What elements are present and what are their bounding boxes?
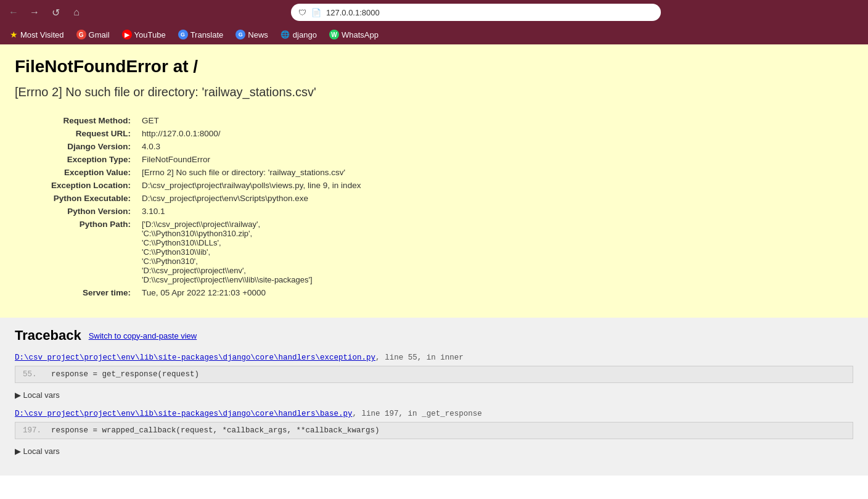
youtube-icon: ▶: [122, 30, 132, 39]
django-icon: 🌐: [280, 30, 290, 39]
table-row: Exception Location: D:\csv_project\proje…: [15, 179, 853, 192]
shield-icon: 🛡: [298, 8, 306, 17]
traceback-line-info-1: line 55, in inner: [385, 353, 464, 362]
bookmark-label: django: [293, 30, 317, 39]
code-block-2: 197. response = wrapped_callback(request…: [15, 422, 853, 439]
table-row: Exception Type: FileNotFoundError: [15, 153, 853, 166]
home-button[interactable]: ⌂: [68, 4, 85, 21]
value-exception-type: FileNotFoundError: [138, 153, 853, 166]
line-number-1: 55.: [23, 370, 41, 379]
table-row: Python Path: ['D:\\csv_project\\project\…: [15, 218, 853, 286]
line-number-2: 197.: [23, 426, 41, 435]
table-row: Python Executable: D:\csv_project\projec…: [15, 192, 853, 205]
traceback-entry-1: D:\csv_project\project\env\lib\site-pack…: [15, 353, 853, 402]
bookmarks-bar: ★ Most Visited G Gmail ▶ YouTube G Trans…: [0, 25, 868, 44]
label-python-version: Python Version:: [15, 205, 138, 218]
nav-bar: ← → ↺ ⌂ 🛡 📄 127.0.0.1:8000: [0, 0, 868, 25]
error-title: FileNotFoundError at /: [15, 57, 853, 76]
value-python-executable: D:\csv_project\project\env\Scripts\pytho…: [138, 192, 853, 205]
translate-icon: G: [178, 30, 188, 39]
code-line-1: 55. response = get_response(request): [23, 370, 845, 379]
local-vars-toggle-1[interactable]: ▶ Local vars: [15, 388, 853, 402]
bookmark-translate[interactable]: G Translate: [173, 28, 229, 41]
value-request-method: GET: [138, 114, 853, 127]
label-request-url: Request URL:: [15, 127, 138, 140]
bookmark-whatsapp[interactable]: W WhatsApp: [324, 28, 383, 41]
label-python-executable: Python Executable:: [15, 192, 138, 205]
value-request-url: http://127.0.0.1:8000/: [138, 127, 853, 140]
label-django-version: Django Version:: [15, 140, 138, 153]
code-block-1: 55. response = get_response(request): [15, 366, 853, 383]
news-icon: G: [235, 30, 245, 39]
bookmark-label: Gmail: [89, 30, 110, 39]
error-page: FileNotFoundError at / [Errno 2] No such…: [0, 44, 868, 318]
traceback-file-link-1[interactable]: D:\csv_project\project\env\lib\site-pack…: [15, 353, 375, 362]
value-django-version: 4.0.3: [138, 140, 853, 153]
label-exception-value: Exception Value:: [15, 166, 138, 179]
traceback-file-1: D:\csv_project\project\env\lib\site-pack…: [15, 353, 853, 362]
error-info-table: Request Method: GET Request URL: http://…: [15, 114, 853, 299]
switch-view-link[interactable]: Switch to copy-and-paste view: [89, 331, 197, 340]
bookmark-label: WhatsApp: [342, 30, 379, 39]
error-message: [Errno 2] No such file or directory: 'ra…: [15, 85, 853, 99]
forward-button[interactable]: →: [26, 4, 43, 21]
value-python-path: ['D:\\csv_project\\project\\railway', 'C…: [138, 218, 853, 286]
code-text-1: response = get_response(request): [51, 370, 199, 379]
back-button[interactable]: ←: [5, 4, 22, 21]
bookmark-django[interactable]: 🌐 django: [276, 28, 322, 41]
table-row: Request Method: GET: [15, 114, 853, 127]
bookmark-news[interactable]: G News: [231, 28, 273, 41]
star-icon: ★: [10, 30, 18, 39]
table-row: Exception Value: [Errno 2] No such file …: [15, 166, 853, 179]
bookmark-label: Translate: [190, 30, 224, 39]
url-input[interactable]: 127.0.0.1:8000: [326, 8, 653, 17]
address-bar: 🛡 📄 127.0.0.1:8000: [291, 4, 661, 21]
bookmark-label: News: [248, 30, 268, 39]
label-exception-type: Exception Type:: [15, 153, 138, 166]
page-icon: 📄: [311, 8, 321, 17]
browser-chrome: ← → ↺ ⌂ 🛡 📄 127.0.0.1:8000 ★ Most Visite…: [0, 0, 868, 44]
traceback-entry-2: D:\csv_project\project\env\lib\site-pack…: [15, 410, 853, 458]
traceback-title: Traceback: [15, 328, 81, 344]
traceback-file-2: D:\csv_project\project\env\lib\site-pack…: [15, 410, 853, 418]
label-request-method: Request Method:: [15, 114, 138, 127]
traceback-line-info-2: line 197, in _get_response: [362, 410, 482, 418]
code-text-2: response = wrapped_callback(request, *ca…: [51, 426, 380, 435]
label-server-time: Server time:: [15, 286, 138, 299]
gmail-icon: G: [76, 30, 86, 39]
table-row: Server time: Tue, 05 Apr 2022 12:21:03 +…: [15, 286, 853, 299]
label-exception-location: Exception Location:: [15, 179, 138, 192]
value-exception-value: [Errno 2] No such file or directory: 'ra…: [138, 166, 853, 179]
value-exception-location: D:\csv_project\project\railway\polls\vie…: [138, 179, 853, 192]
local-vars-toggle-2[interactable]: ▶ Local vars: [15, 444, 853, 458]
bookmark-youtube[interactable]: ▶ YouTube: [117, 28, 171, 41]
bookmark-label: Most Visited: [20, 30, 64, 39]
code-line-2: 197. response = wrapped_callback(request…: [23, 426, 845, 435]
value-python-version: 3.10.1: [138, 205, 853, 218]
traceback-file-link-2[interactable]: D:\csv_project\project\env\lib\site-pack…: [15, 410, 353, 418]
table-row: Django Version: 4.0.3: [15, 140, 853, 153]
bookmark-most-visited[interactable]: ★ Most Visited: [5, 28, 69, 41]
traceback-section: Traceback Switch to copy-and-paste view …: [0, 318, 868, 476]
traceback-header: Traceback Switch to copy-and-paste view: [15, 328, 853, 344]
table-row: Python Version: 3.10.1: [15, 205, 853, 218]
label-python-path: Python Path:: [15, 218, 138, 286]
value-server-time: Tue, 05 Apr 2022 12:21:03 +0000: [138, 286, 853, 299]
whatsapp-icon: W: [329, 30, 339, 39]
bookmark-gmail[interactable]: G Gmail: [72, 28, 115, 41]
bookmark-label: YouTube: [134, 30, 166, 39]
table-row: Request URL: http://127.0.0.1:8000/: [15, 127, 853, 140]
reload-button[interactable]: ↺: [47, 4, 64, 21]
